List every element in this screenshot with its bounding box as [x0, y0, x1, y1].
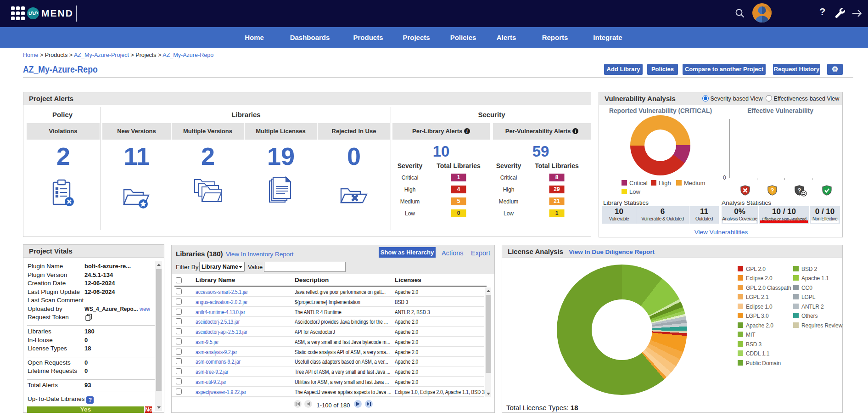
- svg-text:?: ?: [798, 187, 801, 194]
- svg-text:?: ?: [771, 187, 774, 194]
